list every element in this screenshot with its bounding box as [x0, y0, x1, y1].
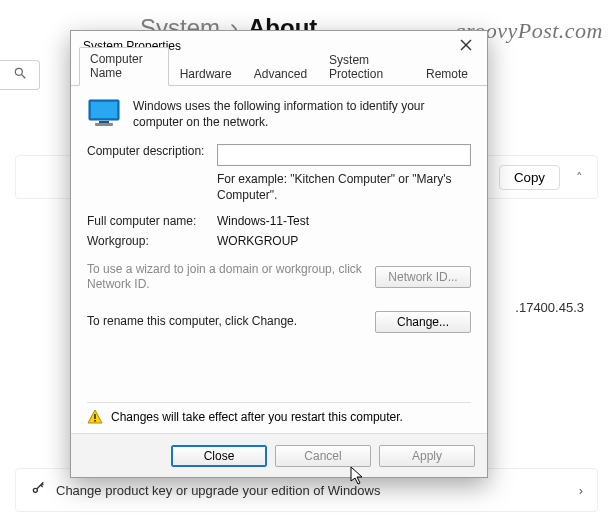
- svg-rect-7: [99, 121, 109, 123]
- chevron-up-icon[interactable]: ˄: [576, 170, 583, 185]
- svg-rect-9: [94, 414, 96, 419]
- svg-line-1: [21, 75, 25, 79]
- svg-point-2: [33, 488, 37, 492]
- full-computer-name-value: Windows-11-Test: [217, 214, 471, 228]
- chevron-right-icon: ›: [579, 483, 583, 498]
- full-computer-name-label: Full computer name:: [87, 214, 217, 228]
- build-fragment: .17400.45.3: [515, 300, 584, 315]
- network-id-button[interactable]: Network ID...: [375, 266, 471, 288]
- change-button[interactable]: Change...: [375, 311, 471, 333]
- search-input[interactable]: [0, 60, 40, 90]
- search-icon: [13, 66, 27, 84]
- workgroup-value: WORKGROUP: [217, 234, 471, 248]
- computer-description-input[interactable]: [217, 144, 471, 166]
- close-button[interactable]: [453, 35, 479, 57]
- apply-button[interactable]: Apply: [379, 445, 475, 467]
- workgroup-label: Workgroup:: [87, 234, 217, 248]
- restart-message: Changes will take effect after you resta…: [111, 410, 403, 424]
- intro-text: Windows uses the following information t…: [133, 98, 471, 130]
- key-icon: [30, 481, 46, 500]
- tab-computer-name[interactable]: Computer Name: [79, 47, 169, 86]
- close-icon: [460, 39, 472, 54]
- copy-button[interactable]: Copy: [499, 165, 560, 190]
- warning-icon: [87, 409, 103, 425]
- svg-rect-8: [95, 123, 113, 126]
- rename-message: To rename this computer, click Change.: [87, 314, 375, 330]
- system-properties-dialog: System Properties Computer Name Hardware…: [70, 30, 488, 478]
- svg-rect-6: [91, 102, 117, 118]
- svg-point-0: [15, 68, 22, 75]
- close-dialog-button[interactable]: Close: [171, 445, 267, 467]
- monitor-icon: [87, 98, 121, 128]
- svg-rect-10: [94, 420, 96, 422]
- cancel-button[interactable]: Cancel: [275, 445, 371, 467]
- network-id-message: To use a wizard to join a domain or work…: [87, 262, 375, 293]
- computer-description-hint: For example: "Kitchen Computer" or "Mary…: [217, 172, 471, 203]
- tab-system-protection[interactable]: System Protection: [318, 48, 415, 86]
- computer-description-label: Computer description:: [87, 144, 217, 158]
- tab-remote[interactable]: Remote: [415, 62, 479, 86]
- dialog-button-row: Close Cancel Apply: [71, 433, 487, 477]
- tab-advanced[interactable]: Advanced: [243, 62, 318, 86]
- tab-strip: Computer Name Hardware Advanced System P…: [71, 61, 487, 86]
- tab-pane-computer-name: Windows uses the following information t…: [71, 86, 487, 433]
- product-key-label: Change product key or upgrade your editi…: [56, 483, 579, 498]
- tab-hardware[interactable]: Hardware: [169, 62, 243, 86]
